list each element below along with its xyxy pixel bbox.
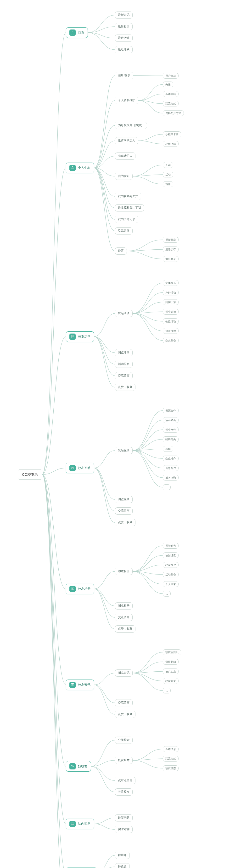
node-label: 服务咨询 bbox=[165, 476, 176, 479]
node-l2-1-9[interactable]: 联系客服 bbox=[115, 227, 132, 235]
node-l1-help[interactable]: 校友互助 bbox=[66, 463, 94, 473]
node-l3-3-0-4[interactable]: 求职 bbox=[163, 446, 173, 452]
node-l2-1-5[interactable]: 我的发布 bbox=[115, 173, 132, 180]
node-l3-1-5-2[interactable]: 相册 bbox=[163, 181, 173, 187]
node-l2-1-0[interactable]: 注册/登录 bbox=[115, 72, 133, 79]
node-l2-3-2[interactable]: 交流留言 bbox=[115, 507, 132, 515]
node-l2-1-7[interactable]: 谁收藏和关注了我 bbox=[115, 204, 144, 212]
node-l3-5-0-2[interactable]: 校友企业 bbox=[163, 669, 179, 674]
node-l3-4-0-2[interactable]: 校友今夕 bbox=[163, 562, 179, 568]
node-l1-me[interactable]: 个人中心 bbox=[66, 162, 94, 173]
node-label: 我邀请的人 bbox=[118, 154, 132, 158]
node-l3-2-0-0[interactable]: 文体娱乐 bbox=[163, 280, 179, 286]
node-l2-6-1[interactable]: 校友名片 bbox=[115, 757, 132, 764]
node-l3-1-1-0[interactable]: 头像 bbox=[163, 82, 173, 87]
node-l3-1-3-1[interactable]: 小程序码 bbox=[163, 141, 179, 147]
node-l1-find[interactable]: 找校友 bbox=[66, 761, 91, 772]
node-l2-2-3[interactable]: 交流留言 bbox=[115, 372, 132, 379]
node-l3-5-0-0[interactable]: 校友会快讯 bbox=[163, 649, 181, 655]
node-l2-4-2[interactable]: 交流留言 bbox=[115, 614, 132, 621]
node-l3-4-0-4[interactable]: 个人风采 bbox=[163, 581, 179, 587]
node-l3-5-0-3[interactable]: 校友风采 bbox=[163, 678, 179, 684]
node-l2-2-1[interactable]: 浏览活动 bbox=[115, 349, 132, 356]
node-l3-1-1-2[interactable]: 联系方式 bbox=[163, 101, 179, 106]
node-label: 为母校代言（海报） bbox=[118, 123, 144, 127]
node-l3-3-0-8[interactable]: … bbox=[163, 484, 170, 490]
node-l3-5-0-1[interactable]: 母校新闻 bbox=[163, 659, 179, 665]
node-l2-0-2[interactable]: 最近活动 bbox=[115, 34, 132, 42]
node-l2-5-0[interactable]: 浏览资讯 bbox=[115, 670, 132, 677]
node-l2-2-0[interactable]: 发起活动 bbox=[115, 310, 132, 317]
node-l2-0-1[interactable]: 最新相册 bbox=[115, 23, 132, 30]
node-l2-0-3[interactable]: 最近活跃 bbox=[115, 46, 132, 53]
node-l3-1-10-0[interactable]: 重新登录 bbox=[163, 237, 179, 243]
node-l2-8-0[interactable]: 群通知 bbox=[115, 852, 130, 859]
node-l2-5-1[interactable]: 交流留言 bbox=[115, 699, 132, 706]
node-l3-6-1-0[interactable]: 基本信息 bbox=[163, 746, 179, 752]
node-l2-1-3[interactable]: 邀请同学加入 bbox=[115, 137, 138, 144]
node-l3-6-1-2[interactable]: 校友动态 bbox=[163, 765, 179, 771]
node-root[interactable]: CC校友录 bbox=[18, 469, 42, 479]
node-l2-6-0[interactable]: 分类检索 bbox=[115, 737, 132, 744]
node-l2-2-4[interactable]: 点赞，收藏 bbox=[115, 384, 136, 391]
node-l2-1-8[interactable]: 我的浏览记录 bbox=[115, 216, 138, 223]
node-l2-0-0[interactable]: 最新资讯 bbox=[115, 11, 132, 19]
node-l1-album[interactable]: 校友相册 bbox=[66, 584, 94, 594]
node-l3-1-3-0[interactable]: 小程序卡片 bbox=[163, 131, 181, 137]
node-l3-2-0-4[interactable]: 公益活动 bbox=[163, 318, 179, 324]
node-l3-1-10-2[interactable]: 退出登录 bbox=[163, 256, 179, 262]
node-l3-3-0-0[interactable]: 资源合作 bbox=[163, 408, 179, 413]
node-l2-4-0[interactable]: 创建相册 bbox=[115, 568, 132, 575]
node-l3-4-0-5[interactable]: … bbox=[163, 591, 170, 596]
node-l2-1-1[interactable]: 个人资料维护 bbox=[115, 97, 138, 104]
node-l3-1-10-1[interactable]: 清除缓存 bbox=[163, 247, 179, 252]
node-l2-7-1[interactable]: 实时对聊 bbox=[115, 826, 132, 833]
node-l3-2-0-6[interactable]: 交友聚会 bbox=[163, 338, 179, 343]
node-l3-4-0-3[interactable]: 活动聚会 bbox=[163, 571, 179, 578]
node-l2-2-2[interactable]: 活动报名 bbox=[115, 361, 132, 368]
node-l3-5-0-4[interactable]: … bbox=[163, 688, 170, 693]
node-l2-3-0[interactable]: 发起互动 bbox=[115, 447, 132, 454]
node-l3-1-1-1[interactable]: 基本资料 bbox=[163, 91, 179, 97]
node-l3-2-0-1[interactable]: 户外活动 bbox=[163, 290, 179, 296]
node-l2-6-2[interactable]: 点对点留言 bbox=[115, 777, 136, 784]
node-label: 退出登录 bbox=[165, 257, 176, 261]
node-l3-3-0-2[interactable]: 创业合作 bbox=[163, 427, 179, 433]
node-l1-msg[interactable]: 站内消息 bbox=[66, 818, 94, 829]
node-l2-4-1[interactable]: 浏览相册 bbox=[115, 602, 132, 610]
node-l3-1-5-0[interactable]: 互动 bbox=[163, 162, 173, 168]
node-l2-3-3[interactable]: 点赞，收藏 bbox=[115, 519, 136, 526]
node-l2-4-3[interactable]: 点赞，收藏 bbox=[115, 625, 136, 632]
node-l3-6-1-1[interactable]: 联系方式 bbox=[163, 756, 179, 762]
node-l3-2-0-3[interactable]: 创业碰撞 bbox=[163, 309, 179, 315]
node-l1-activity[interactable]: 校友活动 bbox=[66, 331, 94, 342]
node-l3-1-5-1[interactable]: 活动 bbox=[163, 172, 173, 178]
node-l3-2-0-2[interactable]: 闲聊小聚 bbox=[163, 299, 179, 305]
node-l3-1-0-0[interactable]: 用户审核 bbox=[163, 73, 179, 79]
node-l1-news[interactable]: 校友资讯 bbox=[66, 680, 94, 690]
node-label: 浏览活动 bbox=[118, 351, 129, 354]
node-l3-2-0-5[interactable]: 旅游度假 bbox=[163, 328, 179, 334]
node-l3-3-0-6[interactable]: 商务合作 bbox=[163, 465, 179, 471]
node-l3-4-0-0[interactable]: 同学时光 bbox=[163, 543, 179, 549]
node-l3-3-0-3[interactable]: 招聘猎头 bbox=[163, 436, 179, 442]
node-l3-3-0-5[interactable]: 企业推介 bbox=[163, 456, 179, 461]
node-l2-1-10[interactable]: 设置 bbox=[115, 247, 127, 255]
node-l2-6-3[interactable]: 关注校友 bbox=[115, 788, 132, 796]
node-l3-1-1-3[interactable]: 资料公开方式 bbox=[163, 110, 184, 116]
node-l2-3-1[interactable]: 浏览互助 bbox=[115, 496, 132, 503]
node-l2-1-6[interactable]: 我的收藏与关注 bbox=[115, 193, 141, 200]
node-l2-1-2[interactable]: 为母校代言（海报） bbox=[115, 122, 147, 129]
node-label: 校友名片 bbox=[118, 758, 129, 762]
node-l3-3-0-1[interactable]: 活动聚会 bbox=[163, 417, 179, 423]
node-l3-4-0-1[interactable]: 校园追忆 bbox=[163, 553, 179, 558]
node-l2-8-1[interactable]: 群话题 bbox=[115, 863, 130, 868]
node-l2-1-4[interactable]: 我邀请的人 bbox=[115, 153, 136, 160]
node-l2-5-2[interactable]: 点赞，收藏 bbox=[115, 711, 136, 718]
node-l3-3-0-7[interactable]: 服务咨询 bbox=[163, 475, 179, 480]
node-label: 交流留言 bbox=[118, 701, 129, 705]
node-l1-home[interactable]: 首页 bbox=[66, 27, 88, 38]
node-label: 最新资讯 bbox=[118, 13, 129, 17]
node-label: 活动聚会 bbox=[165, 573, 176, 576]
node-l2-7-0[interactable]: 最新消息 bbox=[115, 814, 132, 822]
